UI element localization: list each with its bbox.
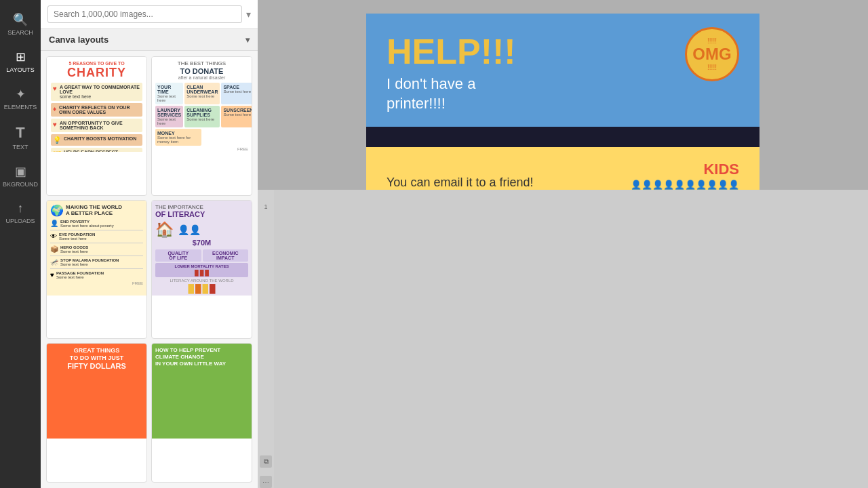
canvas-ruler: 1 ⧉ ⋯ [258,190,274,488]
search-icon: 🔍 [13,12,28,27]
sidebar-item-text[interactable]: T TEXT [0,117,41,157]
kids-section: KIDS 👤👤👤👤👤👤👤👤👤👤 👤👤👤👤👤👤👤👤👤👤 [631,161,739,190]
layout-card-donate[interactable]: THE BEST THINGS TO DONATE after a natura… [151,56,252,196]
extra-tool[interactable]: ⋯ [260,476,272,488]
kids-icons: 👤👤👤👤👤👤👤👤👤👤 👤👤👤👤👤👤👤👤👤👤 [631,178,739,190]
panel: ▾ Canva layouts ▾ 5 REASONS TO GIVE TO C… [41,0,258,488]
layout-card-climate[interactable]: HOW TO HELP PREVENTCLIMATE CHANGEIN YOUR… [151,343,252,483]
copy-tool[interactable]: ⧉ [260,455,272,468]
sidebar-item-search[interactable]: 🔍 SEARCH [0,5,41,43]
canvas-area: HELP!!! I don't have aprinter!!!! !!!!! … [258,0,868,488]
canvas-scroll[interactable]: HELP!!! I don't have aprinter!!!! !!!!! … [258,0,868,190]
layout-card-charity[interactable]: 5 REASONS TO GIVE TO CHARITY ♥ A GREAT W… [46,56,147,196]
search-bar: ▾ [41,0,258,29]
background-icon: ▣ [15,164,26,179]
sidebar: 🔍 SEARCH ⊞ LAYOUTS ✦ ELEMENTS T TEXT ▣ B… [0,0,41,488]
page-number: 1 [264,203,267,210]
dark-bar [366,127,760,147]
layout-card-better[interactable]: 🌍 MAKING THE WORLDA BETTER PLACE 👤END PO… [46,200,147,340]
search-input[interactable] [47,5,242,23]
chevron-down-icon: ▾ [246,9,251,20]
section-header-canva-layouts[interactable]: Canva layouts ▾ [41,29,258,51]
layout-card-literacy[interactable]: THE IMPORTANCE OF LITERACY 🏠 👤👤 $70M QUA… [151,200,252,340]
layouts-icon: ⊞ [16,49,26,64]
layout-card-fifty[interactable]: GREAT THINGSTO DO WITH JUST FIFTY DOLLAR… [46,343,147,483]
uploads-icon: ↑ [18,201,24,216]
omg-badge: !!!!! OMG !!!!! [685,27,739,81]
sidebar-item-background[interactable]: ▣ BKGROUND [0,157,41,195]
elements-icon: ✦ [16,87,26,102]
layouts-grid: 5 REASONS TO GIVE TO CHARITY ♥ A GREAT W… [41,51,258,488]
infographic-section-kids: You can email it to a friend! KIDS 👤👤👤👤👤… [366,147,760,190]
sidebar-item-uploads[interactable]: ↑ UPLOADS [0,195,41,231]
kids-label: KIDS [631,161,739,178]
chevron-icon: ▾ [245,35,250,45]
infographic-section-help: HELP!!! I don't have aprinter!!!! !!!!! … [366,14,760,127]
sidebar-item-layouts[interactable]: ⊞ LAYOUTS [0,43,41,80]
email-text: You can email it to a friend! [387,176,533,190]
text-icon: T [16,124,24,142]
sidebar-item-elements[interactable]: ✦ ELEMENTS [0,80,41,117]
infographic: HELP!!! I don't have aprinter!!!! !!!!! … [366,14,760,176]
help-subtitle: I don't have aprinter!!!! [387,75,739,113]
